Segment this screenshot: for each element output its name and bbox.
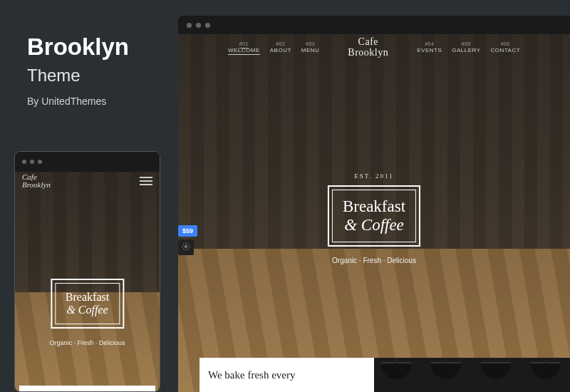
logo-line1: Cafe (348, 37, 388, 48)
nav-item-welcome[interactable]: #01 WELCOME (228, 41, 260, 54)
hero-line1: Breakfast (343, 197, 405, 216)
window-traffic-lights (15, 152, 160, 172)
svg-point-0 (185, 245, 187, 247)
theme-info: Brooklyn Theme By UnitedThemes (27, 34, 162, 107)
nav-item-about[interactable]: #02 ABOUT (270, 41, 291, 54)
desktop-viewport: #01 WELCOME #02 ABOUT #03 MENU Cafe Broo… (178, 34, 570, 392)
settings-button[interactable] (178, 239, 194, 255)
mobile-viewport: Cafe Brooklyn Breakfast & Coffee Organic… (15, 172, 160, 391)
hero-line2: & Coffee (343, 216, 405, 234)
window-traffic-lights (178, 16, 570, 34)
nav-item-menu[interactable]: #03 MENU (301, 41, 320, 54)
gear-icon (182, 242, 190, 253)
nav-item-events[interactable]: #04 EVENTS (417, 41, 442, 54)
price-badge[interactable]: $59 (178, 225, 197, 237)
nav-item-contact[interactable]: #06 CONTACT (491, 41, 521, 54)
logo-line2: Brooklyn (348, 48, 388, 58)
hero-title-box: Breakfast & Coffee (51, 279, 124, 329)
theme-subtitle: Theme (27, 66, 162, 86)
established-label: EST. 2011 (354, 172, 394, 180)
hamburger-icon[interactable] (140, 177, 152, 185)
preview-desktop[interactable]: #01 WELCOME #02 ABOUT #03 MENU Cafe Broo… (178, 16, 570, 392)
theme-title: Brooklyn (27, 34, 162, 60)
main-nav: #01 WELCOME #02 ABOUT #03 MENU Cafe Broo… (178, 36, 570, 60)
site-logo[interactable]: Cafe Brooklyn (22, 173, 51, 189)
hero-title-box: Breakfast & Coffee (328, 185, 420, 247)
site-logo[interactable]: Cafe Brooklyn (332, 37, 404, 58)
logo-line2: Brooklyn (22, 181, 51, 189)
theme-author: By UnitedThemes (27, 96, 162, 107)
nav-item-gallery[interactable]: #05 GALLERY (452, 41, 480, 54)
hero-tagline: Organic · Fresh · Delicious (178, 257, 570, 264)
mobile-header: Cafe Brooklyn (15, 172, 160, 190)
content-section: We bake fresh every (200, 358, 374, 392)
hero-line1: Breakfast (66, 291, 109, 304)
content-section (19, 386, 155, 391)
hero-line2: & Coffee (66, 304, 109, 316)
section-headline: We bake fresh every (208, 369, 295, 381)
hero-tagline: Organic · Fresh · Delicious (15, 339, 160, 346)
preview-mobile[interactable]: Cafe Brooklyn Breakfast & Coffee Organic… (14, 151, 160, 392)
